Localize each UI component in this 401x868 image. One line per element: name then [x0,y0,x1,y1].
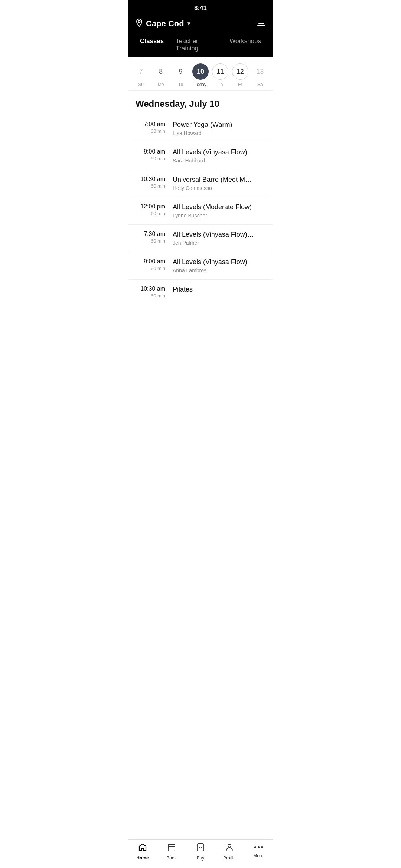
date-item-tue[interactable]: 9 Tu [173,63,189,87]
class-row-2[interactable]: 10:30 am 60 min Universal Barre (Meet M…… [128,170,273,197]
day-heading: Wednesday, July 10 [128,91,273,115]
content-area: Wednesday, July 10 7:00 am 60 min Power … [128,91,273,335]
class-row-4[interactable]: 7:30 am 60 min All Levels (Vinyasa Flow)… [128,225,273,252]
day-label-mon: Mo [158,82,164,87]
location-pin-icon [136,19,143,29]
class-time-1: 9:00 am 60 min [136,148,173,161]
tab-teacher-training[interactable]: Teacher Training [170,34,224,57]
date-number-12: 12 [232,63,248,80]
class-row-1[interactable]: 9:00 am 60 min All Levels (Vinyasa Flow)… [128,142,273,170]
day-label-sat: Sa [257,82,263,87]
tab-workshops[interactable]: Workshops [224,34,267,57]
filter-line-3 [257,25,265,26]
class-time-0: 7:00 am 60 min [136,121,173,134]
day-label-fri: Fr [238,82,242,87]
class-info-4: All Levels (Vinyasa Flow)… Jen Palmer [173,231,265,246]
date-item-mon[interactable]: 8 Mo [153,63,169,87]
class-time-2: 10:30 am 60 min [136,176,173,189]
date-number-11: 11 [212,63,228,80]
date-strip: 7 Su 8 Mo 9 Tu 10 Today 11 Th 12 Fr 13 S… [128,57,273,91]
location-name: Cape Cod [146,19,184,29]
date-item-fri[interactable]: 12 Fr [232,63,248,87]
class-info-2: Universal Barre (Meet M… Holly Commesso [173,176,265,191]
date-number-13: 13 [252,63,268,80]
tab-classes[interactable]: Classes [134,34,170,57]
filter-line-2 [258,23,264,24]
filter-line-1 [257,22,265,22]
date-item-thu[interactable]: 11 Th [212,63,228,87]
class-time-4: 7:30 am 60 min [136,231,173,244]
date-item-sat[interactable]: 13 Sa [252,63,268,87]
tabs-nav: Classes Teacher Training Workshops [128,34,273,57]
filter-button[interactable] [257,22,265,26]
class-row-5[interactable]: 9:00 am 60 min All Levels (Vinyasa Flow)… [128,252,273,280]
class-row-6[interactable]: 10:30 am 60 min Pilates [128,280,273,305]
chevron-down-icon: ▾ [187,20,190,27]
location-selector[interactable]: Cape Cod ▾ [136,19,190,29]
status-time: 8:41 [194,4,207,11]
day-label-sun: Su [138,82,144,87]
date-number-8: 8 [153,63,169,80]
date-number-10: 10 [192,63,209,80]
class-info-5: All Levels (Vinyasa Flow) Anna Lambros [173,258,265,273]
date-number-9: 9 [173,63,189,80]
class-row-0[interactable]: 7:00 am 60 min Power Yoga (Warm) Lisa Ho… [128,115,273,142]
status-bar: 8:41 [128,0,273,15]
class-time-3: 12:00 pm 60 min [136,203,173,216]
class-time-5: 9:00 am 60 min [136,258,173,271]
header: Cape Cod ▾ [128,15,273,34]
class-row-3[interactable]: 12:00 pm 60 min All Levels (Moderate Flo… [128,197,273,225]
class-info-1: All Levels (Vinyasa Flow) Sara Hubbard [173,148,265,164]
date-item-sun[interactable]: 7 Su [133,63,149,87]
class-list: 7:00 am 60 min Power Yoga (Warm) Lisa Ho… [128,115,273,305]
class-info-3: All Levels (Moderate Flow) Lynne Buscher [173,203,265,218]
date-number-7: 7 [133,63,149,80]
class-info-0: Power Yoga (Warm) Lisa Howard [173,121,265,136]
day-label-today: Today [195,82,206,87]
svg-point-0 [138,21,140,23]
day-label-tue: Tu [178,82,183,87]
date-item-today[interactable]: 10 Today [192,63,209,87]
day-label-thu: Th [218,82,223,87]
class-time-6: 10:30 am 60 min [136,286,173,299]
class-info-6: Pilates [173,286,265,295]
